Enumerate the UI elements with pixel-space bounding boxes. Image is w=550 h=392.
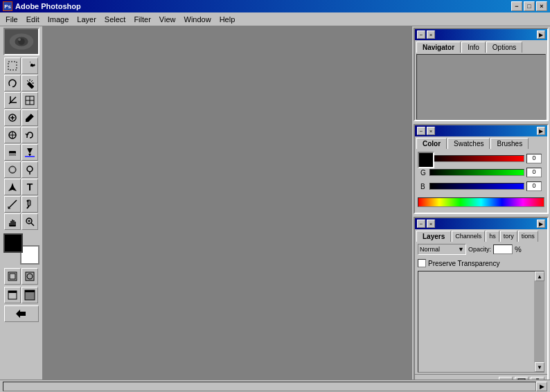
measure-tool[interactable]	[4, 196, 21, 213]
close-button[interactable]: ×	[536, 1, 547, 11]
scroll-track	[535, 281, 544, 362]
tab-color[interactable]: Color	[416, 138, 447, 149]
tab-info[interactable]: Info	[461, 42, 486, 53]
color-spectrum[interactable]	[418, 197, 544, 207]
navigator-panel-tabs: Navigator Info Options	[415, 40, 547, 53]
menu-help[interactable]: Help	[215, 14, 240, 25]
status-scroll-button[interactable]: ▶	[536, 382, 547, 391]
color-panel-minimize[interactable]: −	[417, 127, 425, 135]
layers-panel-menu[interactable]: ▶	[537, 220, 545, 228]
menu-filter[interactable]: Filter	[130, 14, 154, 25]
pencil-tool[interactable]	[21, 109, 38, 126]
text-tool[interactable]: T	[21, 179, 38, 195]
menu-edit[interactable]: Edit	[22, 14, 44, 25]
blue-value[interactable]: 0	[526, 181, 542, 191]
navigator-panel-titlebar: − × ▶	[415, 29, 547, 40]
window-mode-standard[interactable]	[4, 287, 21, 303]
blend-mode-row: Normal ▼ Opacity: %	[415, 242, 547, 257]
preserve-transparency-checkbox[interactable]	[418, 259, 426, 267]
tab-paths[interactable]: hs	[486, 231, 499, 242]
panel-controls-left: − ×	[417, 30, 435, 39]
menu-window[interactable]: Window	[180, 14, 215, 25]
dodge-tool[interactable]	[21, 161, 38, 178]
svg-point-32	[10, 168, 15, 172]
svg-line-39	[27, 206, 29, 208]
lasso-tool[interactable]	[4, 75, 21, 91]
tab-layers[interactable]: Layers	[416, 231, 451, 242]
tool-preview	[3, 28, 39, 55]
crop-tool[interactable]	[4, 92, 21, 109]
menu-view[interactable]: View	[155, 14, 180, 25]
layers-panel-minimize[interactable]: −	[417, 220, 425, 228]
pen-tool[interactable]	[4, 179, 21, 195]
quick-mask-off-tool[interactable]	[4, 268, 21, 285]
background-color-swatch[interactable]	[20, 245, 39, 265]
clone-tool[interactable]	[4, 127, 21, 143]
menu-image[interactable]: Image	[44, 14, 73, 25]
app-title: Adobe Photoshop	[15, 2, 81, 10]
navigator-content-area	[416, 54, 546, 120]
layers-scrollbar: ▲ ▼	[534, 271, 544, 372]
tab-swatches[interactable]: Swatches	[447, 138, 490, 149]
red-value[interactable]: 0	[526, 154, 542, 163]
navigator-panel-minimize[interactable]: −	[417, 30, 425, 39]
green-value[interactable]: 0	[526, 168, 542, 177]
quick-mask-on-tool[interactable]	[21, 268, 38, 285]
tab-navigator[interactable]: Navigator	[416, 42, 461, 53]
color-panel-controls-left: − ×	[417, 127, 435, 135]
scroll-down-button[interactable]: ▼	[535, 362, 544, 372]
scroll-up-button[interactable]: ▲	[535, 271, 544, 281]
red-slider[interactable]	[429, 155, 524, 162]
tab-brushes[interactable]: Brushes	[490, 138, 529, 149]
zoom-tool[interactable]	[21, 213, 38, 230]
navigator-panel-menu[interactable]: ▶	[537, 30, 545, 39]
green-slider[interactable]	[429, 169, 524, 176]
color-panel-tabs: Color Swatches Brushes	[415, 136, 547, 149]
eraser-tool[interactable]	[4, 144, 21, 161]
menu-file[interactable]: File	[1, 14, 22, 25]
heal-tool[interactable]	[4, 109, 21, 126]
tab-actions[interactable]: tions	[518, 231, 538, 242]
hand-tool[interactable]	[4, 213, 21, 230]
blur-tool[interactable]	[4, 161, 21, 178]
svg-marker-8	[30, 62, 35, 67]
status-bar: ▶	[0, 380, 550, 392]
opacity-input[interactable]	[493, 244, 513, 254]
opacity-percent: %	[515, 245, 522, 253]
color-panel-titlebar: − × ▶	[415, 125, 547, 136]
navigator-preview	[417, 55, 545, 119]
foreground-color-swatch[interactable]	[3, 233, 23, 253]
slice-tool[interactable]	[21, 92, 38, 109]
window-mode-full-menu[interactable]	[21, 287, 38, 303]
color-fg-swatch[interactable]	[418, 152, 434, 168]
blue-slider[interactable]	[429, 183, 524, 190]
eyedropper-tool[interactable]	[21, 196, 38, 213]
marquee-tool[interactable]	[4, 57, 21, 74]
svg-text:Ps: Ps	[4, 3, 10, 10]
move-tool[interactable]	[21, 57, 38, 74]
tool-row-8: T	[4, 179, 38, 195]
blend-mode-dropdown[interactable]: Normal ▼	[418, 244, 466, 255]
navigator-panel-close[interactable]: ×	[427, 30, 435, 39]
svg-line-10	[31, 80, 33, 82]
menu-bar: FileEditImageLayerSelectFilterViewWindow…	[0, 12, 550, 26]
color-panel-close[interactable]: ×	[427, 127, 435, 135]
minimize-button[interactable]: −	[511, 1, 522, 11]
magic-wand-tool[interactable]	[21, 75, 38, 91]
color-panel-menu[interactable]: ▶	[537, 127, 545, 135]
menu-layer[interactable]: Layer	[73, 14, 100, 25]
tool-row-6	[4, 144, 38, 161]
tool-row-extra2	[4, 287, 38, 303]
navigator-panel: − × ▶ Navigator Info Options −	[414, 28, 549, 121]
tab-options[interactable]: Options	[486, 42, 522, 53]
jump-to-imageready[interactable]	[4, 305, 39, 322]
fill-tool[interactable]	[21, 144, 38, 161]
menu-select[interactable]: Select	[100, 14, 130, 25]
blue-label: B	[420, 183, 427, 190]
tab-channels[interactable]: Channels	[452, 231, 485, 242]
tab-history[interactable]: tory	[500, 231, 517, 242]
maximize-button[interactable]: □	[524, 1, 535, 11]
layers-panel-close[interactable]: ×	[427, 220, 435, 228]
red-channel-row: R 0	[418, 152, 544, 166]
history-brush-tool[interactable]	[21, 127, 38, 143]
